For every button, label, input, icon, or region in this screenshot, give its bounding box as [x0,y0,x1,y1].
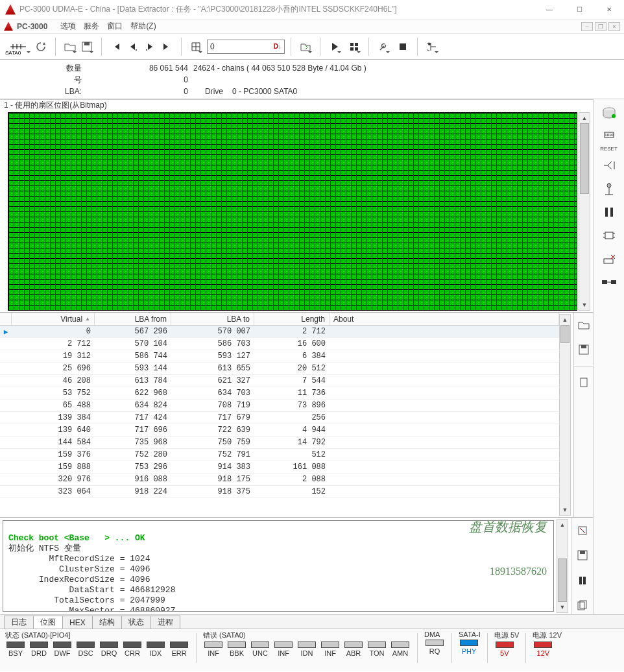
view-grid-button[interactable] [346,38,363,56]
table-row[interactable]: 53 752 622 968 634 703 11 736 [0,387,559,400]
status-bar: 状态 (SATA0)-[PIO4]BSYDRDDWFDSCDRQCRRIDXER… [0,629,624,671]
cell-lbafrom: 570 104 [95,339,171,348]
table-row[interactable]: 139 384 717 424 717 679 256 [0,412,559,424]
tab-4[interactable]: 状态 [121,616,151,629]
tab-0[interactable]: 日志 [4,616,34,629]
console-save-icon[interactable] [573,546,592,564]
scroll-down-icon[interactable]: ▼ [560,505,570,515]
svg-rect-12 [400,43,406,50]
cell-length: 11 736 [254,389,330,398]
tab-5[interactable]: 进程 [150,616,180,629]
console-output[interactable]: Check boot <Base > ... OK 初始化 NTFS 变量 Mf… [3,520,554,612]
grid-open-icon[interactable] [574,315,594,335]
cell-virtual: 0 [12,327,95,336]
sidebar-chip-icon[interactable] [599,226,619,245]
status-led-phy: PHY [459,640,479,655]
cell-lbato: 717 679 [171,413,254,422]
tab-3[interactable]: 结构 [92,616,122,629]
table-row[interactable]: ▶ 0 567 296 570 007 2 712 [0,326,559,338]
export-button[interactable] [297,38,314,56]
table-row[interactable]: 159 888 753 296 914 383 161 088 [0,461,559,474]
scroll-up-icon[interactable]: ▲ [557,520,568,530]
col-lbafrom[interactable]: LBA from [95,313,171,325]
svg-point-26 [612,114,616,118]
table-row[interactable]: 139 640 717 696 722 639 4 944 [0,424,559,437]
cell-lbafrom: 613 784 [95,376,171,385]
status-led-inf: INF [273,642,294,657]
console-clear-icon[interactable] [573,522,592,540]
stop-button[interactable] [394,38,411,56]
scroll-down-icon[interactable]: ▼ [579,300,590,310]
cell-virtual: 144 584 [12,438,95,447]
scroll-up-icon[interactable]: ▲ [560,315,570,325]
info-num-value: 0 [84,75,188,84]
sidebar-eject-icon[interactable] [599,249,619,269]
table-row[interactable]: 159 376 752 280 752 791 512 [0,449,559,461]
grid-copy-icon[interactable] [574,373,594,392]
cell-lbafrom: 918 224 [95,487,171,496]
menu-options[interactable]: 选项 [56,21,80,32]
address-input[interactable]: 0 D↓ [207,40,285,54]
sidebar-connect-icon[interactable] [599,272,619,292]
bitmap-canvas[interactable] [8,112,577,311]
svg-point-7 [146,49,147,51]
grid-button[interactable] [187,38,204,56]
open-button[interactable] [62,38,78,56]
mdi-close-button[interactable]: × [608,22,620,31]
col-about[interactable]: About [330,313,559,325]
col-length[interactable]: Length [254,313,330,325]
sidebar-reset-icon[interactable]: 1010 [599,126,619,146]
scroll-up-icon[interactable]: ▲ [579,113,590,123]
mdi-minimize-button[interactable]: – [581,22,593,31]
col-lbato[interactable]: LBA to [171,313,254,325]
save-button[interactable] [78,38,95,56]
sidebar-pause-icon[interactable] [599,202,619,222]
sidebar-step-icon[interactable] [599,156,619,175]
grid-rows[interactable]: ▶ 0 567 296 570 007 2 712 2 712 570 104 … [0,326,559,517]
exit-button[interactable] [424,38,440,56]
tools-button[interactable] [375,38,392,56]
cell-length: 4 944 [254,426,330,435]
table-row[interactable]: 19 312 586 744 593 127 6 384 [0,350,559,363]
menu-help[interactable]: 帮助(Z) [126,21,160,32]
scroll-down-icon[interactable]: ▼ [557,602,568,612]
svg-rect-9 [355,43,358,46]
tab-1[interactable]: 位图 [33,616,63,629]
bitmap-scrollbar[interactable]: ▲ ▼ [579,112,590,311]
status-led-abr: ABR [343,642,364,657]
console-pause-icon[interactable] [573,571,592,590]
bitmap-pane: ▲ ▼ [0,111,593,312]
play-button[interactable] [326,38,343,56]
refresh-button[interactable] [32,38,49,56]
table-row[interactable]: 25 696 593 144 613 655 20 512 [0,363,559,375]
nav-first-button[interactable] [108,38,125,56]
menu-services[interactable]: 服务 [80,21,103,32]
nav-last-button[interactable] [158,38,175,56]
minimize-button[interactable]: — [534,0,564,19]
port-button[interactable]: SATA0 [4,38,32,56]
cell-lbato: 634 703 [171,389,254,398]
table-row[interactable]: 144 584 735 968 750 759 14 792 [0,437,559,449]
grid-scrollbar[interactable]: ▲ ▼ [559,314,571,516]
mdi-restore-button[interactable]: ❐ [595,22,606,31]
sidebar-probe-icon[interactable] [599,179,619,198]
table-row[interactable]: 320 976 916 088 918 175 2 088 [0,474,559,486]
cell-length: 6 384 [254,352,330,361]
maximize-button[interactable]: ☐ [564,0,594,19]
menu-window[interactable]: 窗口 [103,21,126,32]
status-group-title: 电源 5V [492,630,522,642]
col-virtual[interactable]: Virtual▲ [12,313,95,325]
console-scrollbar[interactable]: ▲ ▼ [557,519,568,613]
console-copy-icon[interactable] [573,596,592,614]
grid-save-icon[interactable] [574,340,594,359]
sidebar-drive-icon[interactable] [599,103,619,123]
table-row[interactable]: 46 208 613 784 621 327 7 544 [0,375,559,387]
table-row[interactable]: 323 064 918 224 918 375 152 [0,486,559,498]
table-row[interactable]: 2 712 570 104 586 703 16 600 [0,338,559,350]
cell-lbafrom: 586 744 [95,352,171,361]
nav-next-button[interactable] [141,38,158,56]
close-button[interactable]: ✕ [594,0,624,19]
table-row[interactable]: 65 488 634 824 708 719 73 896 [0,400,559,412]
nav-prev-button[interactable] [125,38,141,56]
tab-2[interactable]: HEX [62,616,93,629]
